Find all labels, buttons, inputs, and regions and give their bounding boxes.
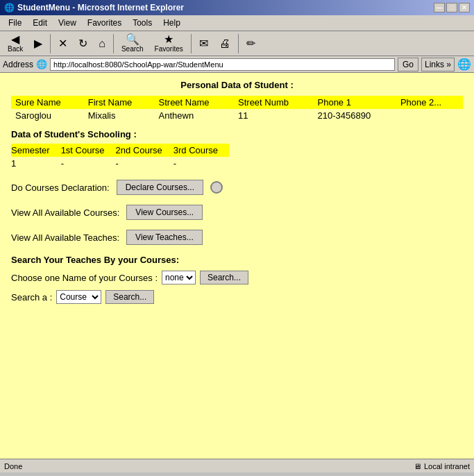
- content-area: Personal Data of Student : Sure Name Fir…: [0, 73, 474, 459]
- menu-view[interactable]: View: [53, 17, 82, 29]
- view-courses-label: View All Available Courses:: [11, 207, 119, 218]
- menu-help[interactable]: Help: [158, 17, 186, 29]
- col-firstname: First Name: [84, 96, 155, 109]
- toolbar-sep-3: [191, 34, 192, 53]
- stop-button[interactable]: ✕: [53, 36, 72, 51]
- window-title-left: 🌐 StudentMenu - Microsoft Internet Explo…: [4, 3, 184, 12]
- col-streetnum: Street Numb: [234, 96, 313, 109]
- links-button[interactable]: Links »: [421, 58, 455, 71]
- mail-button[interactable]: ✉: [194, 36, 213, 51]
- favorites-button[interactable]: ★ Favorites: [150, 32, 188, 55]
- cell-street: Anthewn: [155, 109, 234, 122]
- status-right: 🖥 Local intranet: [414, 462, 470, 470]
- col-course3: 3rd Course: [173, 144, 229, 157]
- declare-courses-row: Do Courses Declaration: Declare Courses.…: [11, 180, 463, 195]
- refresh-icon: ↻: [78, 38, 87, 49]
- search-a-label: Search a :: [11, 292, 52, 303]
- view-teaches-button[interactable]: View Teaches...: [126, 230, 203, 245]
- table-row: Saroglou Mixalis Anthewn 11 210-3456890: [11, 109, 463, 122]
- toolbar-sep-1: [50, 34, 51, 53]
- address-label: Address: [3, 60, 33, 69]
- search-by-course-button[interactable]: Search...: [200, 271, 248, 284]
- home-icon: ⌂: [99, 38, 105, 49]
- favorites-icon: ★: [164, 34, 173, 45]
- view-teaches-row: View All Available Teaches: View Teaches…: [11, 230, 463, 245]
- home-button[interactable]: ⌂: [94, 36, 110, 51]
- toolbar: ◀ Back ▶ ✕ ↻ ⌂ 🔍 Search ★ Favorites ✉ 🖨 …: [0, 31, 474, 56]
- col-phone2: Phone 2...: [396, 96, 463, 109]
- print-icon: 🖨: [219, 38, 230, 49]
- print-button[interactable]: 🖨: [214, 36, 235, 51]
- forward-icon: ▶: [34, 38, 42, 49]
- window-controls: — □ ✕: [434, 3, 470, 12]
- cell-course1-val: -: [61, 157, 116, 170]
- address-icon: 🌐: [36, 59, 47, 69]
- search-button[interactable]: 🔍 Search: [117, 32, 149, 55]
- go-button[interactable]: Go: [398, 58, 418, 71]
- menu-tools[interactable]: Tools: [127, 17, 158, 29]
- cell-course3-val: -: [173, 157, 229, 170]
- search-a-button[interactable]: Search...: [105, 290, 154, 304]
- minimize-button[interactable]: —: [434, 3, 445, 12]
- search-title: Search Your Teaches By your Courses:: [11, 255, 463, 265]
- window-icon: 🌐: [4, 3, 15, 12]
- cell-streetnum: 11: [234, 109, 313, 122]
- refresh-button[interactable]: ↻: [74, 36, 92, 51]
- forward-button[interactable]: ▶: [29, 36, 47, 51]
- declare-label: Do Courses Declaration:: [11, 182, 110, 193]
- address-input[interactable]: [50, 58, 395, 71]
- search-icon: 🔍: [126, 34, 139, 45]
- edit-button[interactable]: ✏: [242, 36, 260, 51]
- view-courses-row: View All Available Courses: View Courses…: [11, 205, 463, 220]
- col-course1: 1st Course: [61, 144, 116, 157]
- col-semester: Semester: [11, 144, 61, 157]
- window-title-bar: 🌐 StudentMenu - Microsoft Internet Explo…: [0, 0, 474, 15]
- stop-icon: ✕: [58, 38, 67, 49]
- view-courses-button[interactable]: View Courses...: [126, 205, 203, 220]
- view-teaches-label: View All Available Teaches:: [11, 232, 119, 243]
- course-dropdown[interactable]: none: [162, 271, 196, 284]
- col-course2: 2nd Course: [116, 144, 173, 157]
- favorites-label: Favorites: [155, 45, 183, 53]
- search-by-course-row: Choose one Name of your Courses : none S…: [11, 271, 463, 284]
- cell-firstname: Mixalis: [84, 109, 155, 122]
- schooling-table: Semester 1st Course 2nd Course 3rd Cours…: [11, 144, 229, 170]
- window-title-text: StudentMenu - Microsoft Internet Explore…: [17, 3, 184, 12]
- col-street: Street Name: [155, 96, 234, 109]
- cell-semester: 1: [11, 157, 61, 170]
- intranet-label: Local intranet: [424, 462, 470, 470]
- status-text: Done: [4, 462, 22, 470]
- cell-course2-val: -: [116, 157, 173, 170]
- menu-bar: File Edit View Favorites Tools Help: [0, 15, 474, 31]
- search-label: Search: [121, 45, 144, 53]
- intranet-icon: 🖥: [414, 462, 421, 470]
- menu-favorites[interactable]: Favorites: [82, 17, 127, 29]
- close-button[interactable]: ✕: [459, 3, 470, 12]
- mail-icon: ✉: [199, 38, 208, 49]
- choose-course-label: Choose one Name of your Courses :: [11, 273, 158, 283]
- search-a-dropdown[interactable]: Course Teacher: [56, 290, 101, 304]
- col-surname: Sure Name: [11, 96, 84, 109]
- toolbar-sep-4: [238, 34, 239, 53]
- back-button[interactable]: ◀ Back: [3, 32, 28, 55]
- schooling-title-text: Data of Student's Schooling :: [11, 129, 137, 139]
- cell-surname: Saroglou: [11, 109, 84, 122]
- search-section: Search Your Teaches By your Courses: Cho…: [11, 255, 463, 304]
- menu-file[interactable]: File: [3, 17, 27, 29]
- schooling-title: Data of Student's Schooling :: [11, 129, 463, 139]
- edit-icon: ✏: [246, 38, 255, 49]
- col-phone1: Phone 1: [314, 96, 396, 109]
- ie-logo-icon: 🌐: [457, 58, 471, 71]
- menu-edit[interactable]: Edit: [27, 17, 53, 29]
- declare-courses-button[interactable]: Declare Courses...: [117, 180, 203, 195]
- back-icon: ◀: [11, 34, 19, 45]
- declare-radio[interactable]: [210, 181, 223, 194]
- personal-data-title: Personal Data of Student :: [11, 80, 463, 90]
- maximize-button[interactable]: □: [446, 3, 457, 12]
- personal-data-table: Sure Name First Name Street Name Street …: [11, 96, 463, 122]
- cell-phone1: 210-3456890: [314, 109, 396, 122]
- search-a-row: Search a : Course Teacher Search...: [11, 290, 463, 304]
- cell-phone2: [396, 109, 463, 122]
- toolbar-sep-2: [113, 34, 114, 53]
- status-bar: Done 🖥 Local intranet: [0, 459, 474, 473]
